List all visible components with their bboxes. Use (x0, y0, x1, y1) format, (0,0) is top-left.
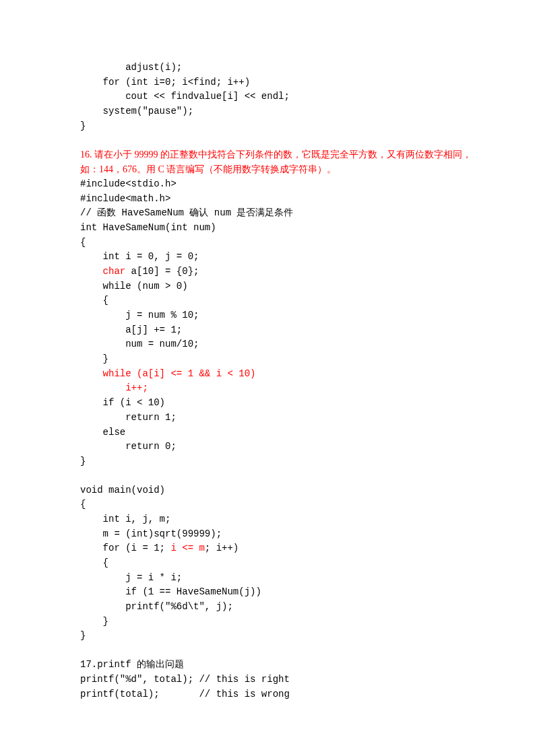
code-line: int i = 0, j = 0; (80, 250, 474, 265)
code-line: i++; (80, 381, 474, 396)
code-line: if (i < 10) (80, 396, 474, 411)
problem-statement: 16. 请在小于 99999 的正整数中找符合下列条件的数，它既是完全平方数，又… (80, 147, 474, 176)
code-line: { (80, 556, 474, 571)
code-line: } (80, 119, 474, 134)
code-line: } (80, 454, 474, 469)
code-segment: for (i = 1; (80, 543, 170, 553)
code-line: char a[10] = {0}; (80, 265, 474, 279)
code-line: j = i * i; (80, 571, 474, 586)
blank-line (80, 133, 474, 147)
code-line: #include<math.h> (80, 192, 474, 207)
code-segment: a[10] = {0}; (125, 266, 199, 277)
code-line: printf(total); // this is wrong (80, 687, 474, 702)
code-segment: char (103, 266, 126, 277)
code-line: else (80, 425, 474, 440)
code-line: while (a[i] <= 1 && i < 10) (80, 367, 474, 382)
code-line: } (80, 629, 474, 644)
document-page: adjust(i); for (int i=0; i<find; i++) co… (0, 0, 535, 756)
code-segment (80, 266, 103, 277)
code-line: printf("%d", total); // this is right (80, 673, 474, 687)
code-line: return 0; (80, 440, 474, 454)
code-line: 17.printf 的输出问题 (80, 658, 474, 673)
code-line: for (int i=0; i<find; i++) (80, 75, 474, 90)
code-line: return 1; (80, 411, 474, 425)
code-line: } (80, 352, 474, 367)
code-line: { (80, 236, 474, 250)
blank-line (80, 644, 474, 658)
code-line: m = (int)sqrt(99999); (80, 527, 474, 542)
code-line: a[j] += 1; (80, 323, 474, 338)
code-line: } (80, 615, 474, 629)
code-line: cout << findvalue[i] << endl; (80, 90, 474, 104)
code-line: while (num > 0) (80, 279, 474, 294)
code-line: system("pause"); (80, 104, 474, 119)
code-line: for (i = 1; i <= m; i++) (80, 541, 474, 556)
code-line: { (80, 497, 474, 512)
blank-line (80, 469, 474, 483)
code-line: j = num % 10; (80, 308, 474, 323)
code-line: printf("%6d\t", j); (80, 600, 474, 615)
code-line: adjust(i); (80, 61, 474, 75)
code-line: void main(void) (80, 483, 474, 498)
code-segment: i <= m (170, 543, 204, 553)
code-line: // 函数 HaveSameNum 确认 num 是否满足条件 (80, 206, 474, 221)
code-segment: ; i++) (205, 543, 239, 553)
code-line: #include<stdio.h> (80, 177, 474, 192)
code-line: num = num/10; (80, 337, 474, 352)
code-line: int i, j, m; (80, 512, 474, 527)
code-line: int HaveSameNum(int num) (80, 221, 474, 236)
code-line: if (1 == HaveSameNum(j)) (80, 585, 474, 600)
code-line: { (80, 294, 474, 308)
